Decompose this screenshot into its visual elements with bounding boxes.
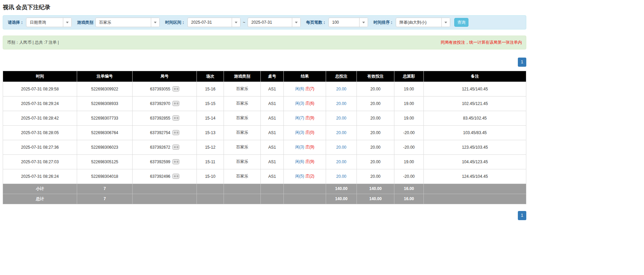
total-bet-link[interactable]: 20.00 [336, 87, 346, 91]
filter-bar: 请选择： 日期查询 游戏类别 百家乐 时间区间： 2025-07-31 ~ 20… [3, 15, 526, 29]
cell-result: 闲(3) 庄(9) [284, 140, 326, 154]
cell-payout: 19.00 [394, 82, 424, 96]
page-title: 视讯 会员下注纪录 [3, 3, 526, 11]
chevron-down-icon [441, 18, 450, 27]
result-player: 闲(3) [295, 130, 304, 135]
query-type-select[interactable]: 日期查询 [26, 18, 72, 27]
round-wrap: 637392599 [150, 159, 179, 164]
cell-result: 闲(6) 庄(9) [284, 154, 326, 169]
column-header: 局号 [133, 71, 197, 82]
cell-session: 15-14 [197, 111, 224, 125]
summary-total-bet: 140.00 [326, 184, 357, 194]
cell-game-type: 百家乐 [224, 96, 261, 111]
round-replay-icon[interactable] [172, 174, 179, 179]
filter-label-time-range: 时间区间： [165, 20, 185, 25]
cell-time: 2025-07-31 08:29:58 [3, 82, 77, 96]
cell-bet-id: 522698305125 [77, 154, 133, 169]
summary-label: 总计 [3, 194, 77, 204]
round-number: 637392496 [150, 174, 170, 179]
summary-empty [224, 184, 261, 194]
cell-payout: 19.00 [394, 154, 424, 169]
cell-valid-bet: 20.00 [357, 96, 394, 111]
cell-session: 15-12 [197, 140, 224, 154]
round-replay-icon[interactable] [172, 145, 179, 150]
round-replay-icon[interactable] [172, 115, 179, 121]
total-bet-link[interactable]: 20.00 [336, 116, 346, 121]
round-replay-icon[interactable] [172, 159, 179, 164]
chevron-down-icon [292, 18, 300, 27]
round-wrap: 637393055 [150, 86, 179, 91]
per-page-value: 100 [329, 20, 359, 25]
summary-empty [424, 184, 526, 194]
cell-note: 83.45/102.45 [424, 111, 526, 125]
page-button-1[interactable]: 1 [518, 58, 526, 67]
cell-bet-id: 522698307733 [77, 111, 133, 125]
pagination-bottom: 1 [3, 211, 526, 220]
cell-round: 637392599 [133, 154, 197, 169]
round-wrap: 637392970 [150, 101, 179, 106]
round-replay-icon[interactable] [172, 86, 179, 91]
page-button-1[interactable]: 1 [518, 211, 526, 220]
cell-game-type: 百家乐 [224, 169, 261, 184]
round-number: 637392754 [150, 130, 170, 135]
total-row: 总计7140.00140.0016.00 [3, 194, 526, 204]
filter-label-game-type: 游戏类别 [77, 20, 93, 25]
result-banker: 庄(2) [305, 174, 315, 178]
column-header: 场次 [197, 71, 224, 82]
cell-payout: 19.00 [394, 111, 424, 125]
time-sort-select[interactable]: 降幂(由大到小) [396, 18, 450, 27]
cell-total-bet: 20.00 [326, 125, 357, 140]
cell-result: 闲(3) 庄(6) [284, 96, 326, 111]
cell-game-type: 百家乐 [224, 140, 261, 154]
column-header: 结果 [284, 71, 326, 82]
query-type-value: 日期查询 [26, 20, 63, 25]
cell-valid-bet: 20.00 [357, 154, 394, 169]
total-bet-link[interactable]: 20.00 [336, 160, 346, 164]
cell-game-type: 百家乐 [224, 125, 261, 140]
result-banker: 庄(7) [305, 86, 315, 91]
cell-time: 2025-07-31 08:27:36 [3, 140, 77, 154]
result-banker: 庄(6) [305, 101, 315, 106]
game-type-select[interactable]: 百家乐 [95, 18, 160, 27]
cell-round: 637393055 [133, 82, 197, 96]
round-replay-icon[interactable] [172, 101, 179, 106]
cell-result: 闲(7) 庄(9) [284, 111, 326, 125]
date-from-value: 2025-07-31 [188, 20, 232, 25]
cell-game-type: 百家乐 [224, 82, 261, 96]
summary-label: 小计 [3, 184, 77, 194]
total-bet-link[interactable]: 20.00 [336, 145, 346, 150]
round-number: 637393055 [150, 87, 170, 91]
round-wrap: 637392754 [150, 130, 179, 135]
cell-payout: -20.00 [394, 125, 424, 140]
total-bet-link[interactable]: 20.00 [336, 101, 346, 106]
result-player: 闲(6) [295, 86, 304, 91]
cell-time: 2025-07-31 08:29:24 [3, 96, 77, 111]
per-page-select[interactable]: 100 [328, 18, 368, 27]
column-header: 注单编号 [77, 71, 133, 82]
cell-bet-id: 522698309922 [77, 82, 133, 96]
round-wrap: 637392496 [150, 174, 179, 179]
result-banker: 庄(0) [305, 130, 315, 135]
total-bet-link[interactable]: 20.00 [336, 130, 346, 135]
round-number: 637392855 [150, 116, 170, 121]
total-bet-link[interactable]: 20.00 [336, 174, 346, 179]
cell-bet-id: 522698304018 [77, 169, 133, 184]
cell-valid-bet: 20.00 [357, 169, 394, 184]
table-row: 2025-07-31 08:28:05522698306764637392754… [3, 125, 526, 140]
cell-note: 123.45/103.45 [424, 140, 526, 154]
date-to-select[interactable]: 2025-07-31 [248, 18, 301, 27]
time-sort-value: 降幂(由大到小) [396, 20, 441, 25]
cell-note: 104.45/123.45 [424, 154, 526, 169]
cell-time: 2025-07-31 08:26:24 [3, 169, 77, 184]
cell-payout: 19.00 [394, 96, 424, 111]
table-row: 2025-07-31 08:26:24522698304018637392496… [3, 169, 526, 184]
summary-total-bet: 140.00 [326, 194, 357, 204]
date-from-select[interactable]: 2025-07-31 [187, 18, 240, 27]
round-number: 637392672 [150, 145, 170, 150]
result-player: 闲(7) [295, 115, 304, 120]
round-wrap: 637392855 [150, 115, 179, 121]
search-button[interactable]: 查询 [454, 18, 468, 27]
round-replay-icon[interactable] [172, 130, 179, 135]
result-banker: 庄(9) [305, 145, 315, 149]
summary-empty [261, 194, 284, 204]
